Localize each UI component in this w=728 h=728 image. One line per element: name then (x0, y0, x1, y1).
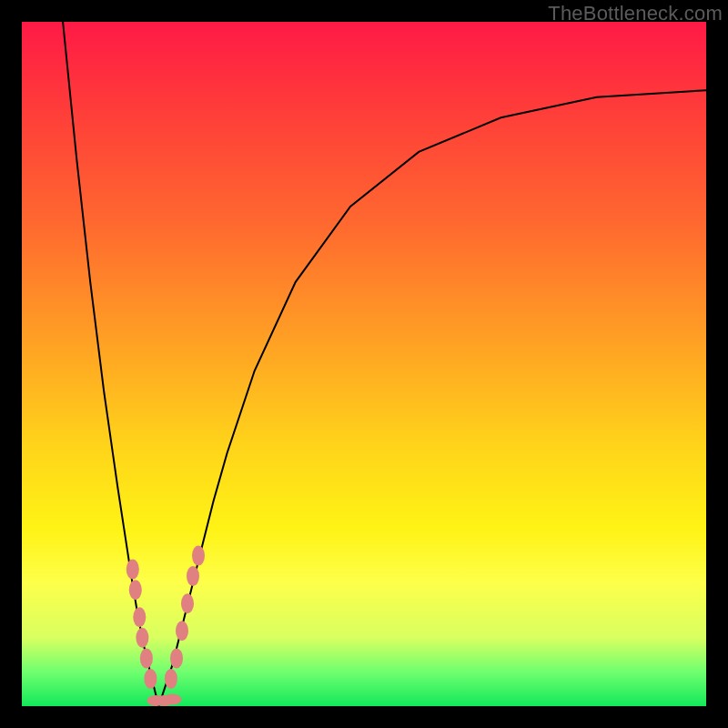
bead (163, 694, 181, 705)
plot-area (22, 22, 706, 706)
bead (133, 607, 146, 627)
chart-overlay (22, 22, 706, 706)
data-beads (126, 546, 205, 706)
curve-left-branch (63, 22, 158, 706)
bead (129, 580, 142, 600)
bead (136, 628, 148, 648)
bead (165, 669, 177, 689)
bead (170, 648, 183, 668)
watermark-text: TheBottleneck.com (548, 2, 723, 25)
bead (192, 546, 205, 566)
bead (144, 669, 157, 689)
chart-frame: TheBottleneck.com (0, 0, 728, 728)
bead (176, 621, 188, 641)
bead (126, 560, 139, 580)
bead (187, 566, 199, 586)
curve-right-branch (158, 90, 706, 706)
bottleneck-curve (63, 22, 706, 706)
bead (181, 593, 194, 613)
bead (140, 648, 153, 668)
